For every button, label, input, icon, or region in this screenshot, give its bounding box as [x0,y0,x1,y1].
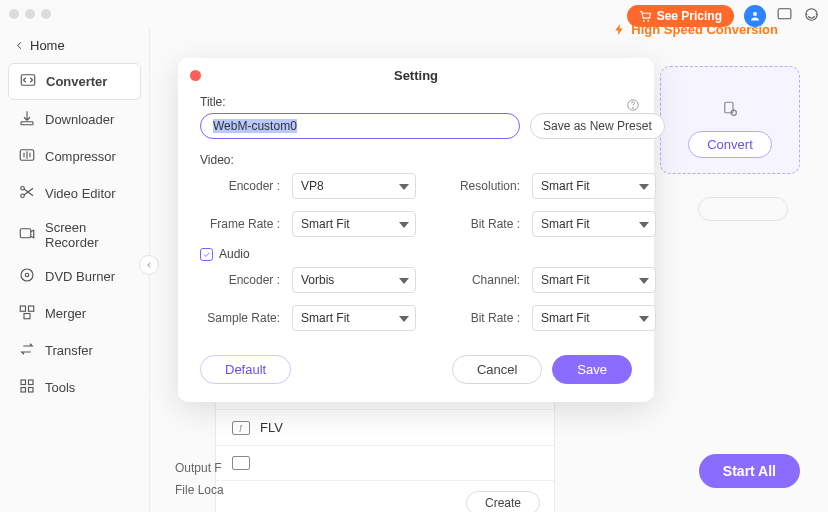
sidebar: Home Converter Downloader Compressor Vid… [0,28,150,512]
svg-rect-6 [21,122,33,125]
merge-icon [18,303,36,324]
svg-point-11 [21,269,33,281]
resolution-select[interactable]: Smart Fit [532,173,656,199]
audio-section-row: Audio [200,247,632,261]
modal-body: Title: Save as New Preset Video: Encoder… [178,91,654,331]
video-section-label: Video: [200,153,632,167]
modal-header: Setting [178,58,654,91]
svg-rect-16 [21,380,26,385]
cancel-button[interactable]: Cancel [452,355,542,384]
save-preset-label: Save as New Preset [543,119,652,133]
audio-bitrate-label: Bit Rate : [428,311,520,325]
disc-icon [18,266,36,287]
video-bitrate-select[interactable]: Smart Fit [532,211,656,237]
download-icon [18,109,36,130]
home-label: Home [30,38,65,53]
converter-icon [19,71,37,92]
sidebar-item-label: Converter [46,74,107,89]
svg-point-12 [25,273,28,276]
default-button[interactable]: Default [200,355,291,384]
search-input[interactable] [698,197,788,221]
sidebar-item-merger[interactable]: Merger [8,296,141,331]
svg-point-23 [633,107,634,108]
sidebar-item-screen-recorder[interactable]: Screen Recorder [8,213,141,257]
save-button[interactable]: Save [552,355,632,384]
settings-modal: Setting Title: Save as New Preset Video:… [178,58,654,402]
file-location-label: File Loca [175,479,224,501]
svg-point-2 [753,12,757,16]
sidebar-item-label: Tools [45,380,75,395]
audio-grid: Encoder : Vorbis Channel: Smart Fit Samp… [200,267,632,331]
sidebar-item-label: Downloader [45,112,114,127]
window-close-dot[interactable] [9,9,19,19]
create-button[interactable]: Create [466,491,540,512]
audio-encoder-select[interactable]: Vorbis [292,267,416,293]
select-value: Smart Fit [541,179,590,193]
sidebar-item-dvd-burner[interactable]: DVD Burner [8,259,141,294]
sidebar-item-label: Screen Recorder [45,220,131,250]
modal-close-dot[interactable] [190,70,201,81]
svg-rect-17 [29,380,34,385]
svg-rect-19 [29,388,34,393]
sidebar-item-label: Merger [45,306,86,321]
format-item-flv[interactable]: ƒ FLV [216,410,554,446]
format-item-more[interactable] [216,446,554,481]
sidebar-item-label: DVD Burner [45,269,115,284]
default-label: Default [225,362,266,377]
save-label: Save [577,362,607,377]
start-all-button[interactable]: Start All [699,454,800,488]
select-value: VP8 [301,179,324,193]
sidebar-item-downloader[interactable]: Downloader [8,102,141,137]
channel-label: Channel: [428,273,520,287]
svg-rect-18 [21,388,26,393]
frame-rate-select[interactable]: Smart Fit [292,211,416,237]
sidebar-item-tools[interactable]: Tools [8,370,141,405]
select-value: Smart Fit [541,273,590,287]
sidebar-item-transfer[interactable]: Transfer [8,333,141,368]
modal-footer: Default Cancel Save [178,331,654,384]
svg-rect-15 [24,314,30,319]
sidebar-item-converter[interactable]: Converter [8,63,141,100]
sidebar-collapse-handle[interactable] [139,255,159,275]
grid-icon [18,377,36,398]
title-label: Title: [200,95,632,109]
sidebar-item-compressor[interactable]: Compressor [8,139,141,174]
select-value: Smart Fit [301,311,350,325]
sample-rate-label: Sample Rate: [200,311,280,325]
sidebar-item-label: Transfer [45,343,93,358]
audio-bitrate-select[interactable]: Smart Fit [532,305,656,331]
sidebar-item-video-editor[interactable]: Video Editor [8,176,141,211]
high-speed-badge[interactable]: High Speed Conversion [603,18,788,41]
save-as-preset-button[interactable]: Save as New Preset [530,113,665,139]
frame-rate-label: Frame Rate : [200,217,280,231]
footer-info: Output F File Loca [175,457,224,501]
sidebar-item-label: Compressor [45,149,116,164]
preset-title-input[interactable] [200,113,520,139]
select-value: Smart Fit [541,311,590,325]
video-bitrate-label: Bit Rate : [428,217,520,231]
convert-dropzone[interactable]: Convert [660,66,800,174]
window-controls [9,9,51,19]
record-icon [18,225,36,246]
audio-enabled-checkbox[interactable] [200,248,213,261]
convert-label: Convert [707,137,753,152]
convert-button[interactable]: Convert [688,131,772,158]
window-min-dot[interactable] [25,9,35,19]
window-max-dot[interactable] [41,9,51,19]
resolution-label: Resolution: [428,179,520,193]
video-grid: Encoder : VP8 Resolution: Smart Fit Fram… [200,173,632,237]
scissors-icon [18,183,36,204]
sample-rate-select[interactable]: Smart Fit [292,305,416,331]
svg-rect-13 [20,306,25,311]
help-icon[interactable] [626,98,640,115]
support-icon[interactable] [803,6,820,26]
file-settings-icon [721,100,739,131]
cancel-label: Cancel [477,362,517,377]
compress-icon [18,146,36,167]
video-encoder-select[interactable]: VP8 [292,173,416,199]
select-value: Smart Fit [541,217,590,231]
home-link[interactable]: Home [0,32,149,59]
audio-encoder-label: Encoder : [200,273,280,287]
channel-select[interactable]: Smart Fit [532,267,656,293]
create-label: Create [485,496,521,510]
